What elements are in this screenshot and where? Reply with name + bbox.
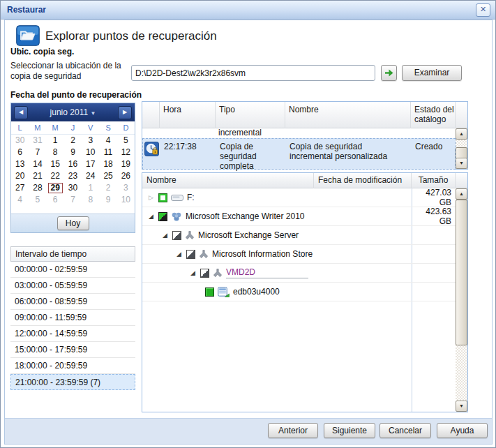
recovery-point-row-partial[interactable]: incremental bbox=[142, 128, 456, 139]
tree-row[interactable]: ◢Microsoft Exchange Writer 2010423.63 GB bbox=[142, 207, 456, 226]
calendar-day[interactable]: 31 bbox=[29, 135, 46, 147]
checkbox-green-full[interactable] bbox=[205, 288, 214, 297]
tree-column-fecha[interactable]: Fecha de modificación bbox=[314, 173, 412, 188]
checkbox-green-mixed[interactable] bbox=[158, 212, 167, 221]
column-header-hora[interactable]: Hora bbox=[160, 102, 216, 128]
calendar-month-label: junio 2011 bbox=[50, 107, 89, 117]
recovery-table-scrollbar[interactable]: ▲ ▼ bbox=[456, 128, 467, 169]
scrollbar-thumb[interactable] bbox=[456, 200, 467, 345]
calendar-day[interactable]: 2 bbox=[64, 135, 82, 147]
calendar-day[interactable]: 5 bbox=[117, 135, 135, 147]
time-interval-row[interactable]: 21:00:00 - 23:59:59 (7) bbox=[10, 374, 135, 390]
calendar-day[interactable]: 2 bbox=[99, 182, 117, 194]
calendar-header: ◀ junio 2011 ▼ ▶ bbox=[11, 103, 135, 121]
calendar-week-row: 45678910 bbox=[11, 194, 135, 206]
calendar-day[interactable]: 30 bbox=[64, 182, 82, 194]
time-interval-row[interactable]: 03:00:00 - 05:59:59 bbox=[10, 278, 135, 294]
scroll-down-icon[interactable]: ▼ bbox=[456, 158, 467, 169]
recovery-point-row-selected[interactable]: 22:17:38 Copia de seguridad completa Cop… bbox=[142, 138, 456, 170]
previous-button[interactable]: Anterior bbox=[268, 423, 318, 438]
calendar-day[interactable]: 3 bbox=[117, 182, 135, 194]
calendar-day[interactable]: 25 bbox=[99, 170, 117, 182]
tree-row[interactable]: edb03u4000 bbox=[142, 283, 456, 301]
calendar-day[interactable]: 18 bbox=[99, 158, 117, 170]
calendar-day[interactable]: 22 bbox=[47, 170, 64, 182]
collapse-icon[interactable]: ◢ bbox=[188, 269, 197, 276]
calendar-day[interactable]: 6 bbox=[11, 147, 29, 158]
calendar-day[interactable]: 21 bbox=[29, 170, 46, 182]
calendar-day[interactable]: 8 bbox=[47, 147, 64, 158]
cancel-button[interactable]: Cancelar bbox=[379, 423, 431, 438]
scroll-up-icon[interactable]: ▲ bbox=[456, 188, 467, 200]
browse-button[interactable]: Examinar bbox=[402, 65, 462, 81]
tree-column-nombre[interactable]: Nombre bbox=[142, 173, 314, 188]
today-button[interactable]: Hoy bbox=[57, 216, 89, 230]
time-interval-row[interactable]: 18:00:00 - 20:59:59 bbox=[10, 358, 135, 374]
time-interval-row[interactable]: 06:00:00 - 08:59:59 bbox=[10, 294, 135, 310]
tree-row[interactable]: ◢Microsoft Information Store bbox=[142, 245, 456, 264]
calendar-day[interactable]: 9 bbox=[99, 194, 117, 206]
calendar-day[interactable]: 28 bbox=[29, 182, 46, 194]
calendar-day[interactable]: 10 bbox=[117, 194, 135, 206]
calendar-day[interactable]: 20 bbox=[11, 170, 29, 182]
calendar-next-button[interactable]: ▶ bbox=[118, 106, 132, 119]
calendar-day[interactable]: 8 bbox=[82, 194, 99, 206]
column-header-tipo[interactable]: Tipo bbox=[216, 102, 285, 128]
collapse-icon[interactable]: ◢ bbox=[160, 232, 170, 239]
calendar-day[interactable]: 6 bbox=[47, 194, 64, 206]
calendar-day[interactable]: 24 bbox=[82, 170, 99, 182]
calendar-day[interactable]: 7 bbox=[29, 147, 46, 158]
calendar-day[interactable]: 3 bbox=[82, 135, 99, 147]
tree-item-label: Microsoft Exchange Writer 2010 bbox=[186, 211, 305, 221]
calendar-day[interactable]: 5 bbox=[29, 194, 46, 206]
backup-path-input[interactable] bbox=[131, 65, 375, 81]
calendar-day[interactable]: 26 bbox=[117, 170, 135, 182]
checkbox-gray-mixed[interactable] bbox=[186, 250, 195, 259]
checkbox-gray-mixed[interactable] bbox=[172, 231, 181, 240]
tree-scrollbar[interactable]: ▲ ▼ bbox=[456, 188, 467, 412]
calendar-day[interactable]: 15 bbox=[47, 158, 64, 170]
collapse-icon[interactable]: ◢ bbox=[174, 251, 183, 257]
collapse-icon[interactable]: ◢ bbox=[146, 213, 156, 220]
help-button[interactable]: Ayuda bbox=[437, 423, 488, 438]
recovery-point-name: Copia de seguridad incremental personali… bbox=[286, 139, 412, 169]
calendar-day[interactable]: 14 bbox=[29, 158, 46, 170]
column-header-nombre[interactable]: Nombre bbox=[285, 102, 411, 128]
calendar-day[interactable]: 4 bbox=[11, 194, 29, 206]
calendar-day[interactable]: 11 bbox=[99, 147, 117, 158]
time-interval-row[interactable]: 00:00:00 - 02:59:59 bbox=[10, 262, 135, 278]
calendar-day[interactable]: 9 bbox=[64, 147, 82, 158]
calendar-day[interactable]: 1 bbox=[47, 135, 64, 147]
checkbox-green-border[interactable] bbox=[158, 193, 167, 202]
calendar-month-dropdown[interactable]: junio 2011 ▼ bbox=[11, 107, 135, 117]
next-button[interactable]: Siguiente bbox=[324, 423, 375, 438]
calendar-day[interactable]: 7 bbox=[64, 194, 82, 206]
close-button[interactable]: ✕ bbox=[476, 3, 490, 17]
calendar-day-selected[interactable]: 29 bbox=[47, 182, 64, 194]
tree-row[interactable]: ▷F:427.03 GB bbox=[142, 188, 456, 207]
go-button[interactable] bbox=[381, 65, 397, 81]
tree-column-tamano[interactable]: Tamaño bbox=[412, 173, 456, 188]
calendar-day[interactable]: 10 bbox=[82, 147, 99, 158]
scroll-up-icon[interactable]: ▲ bbox=[456, 128, 467, 140]
time-interval-row[interactable]: 12:00:00 - 14:59:59 bbox=[10, 326, 135, 342]
calendar-day[interactable]: 1 bbox=[82, 182, 99, 194]
calendar-day[interactable]: 30 bbox=[11, 135, 29, 147]
time-interval-row[interactable]: 09:00:00 - 11:59:59 bbox=[10, 310, 135, 326]
calendar-day[interactable]: 4 bbox=[99, 135, 117, 147]
time-interval-row[interactable]: 15:00:00 - 17:59:59 bbox=[10, 342, 135, 358]
calendar-day[interactable]: 16 bbox=[64, 158, 82, 170]
checkbox-gray-mixed[interactable] bbox=[200, 269, 209, 278]
tree-row[interactable]: ◢Microsoft Exchange Server bbox=[142, 226, 456, 245]
calendar-day[interactable]: 27 bbox=[11, 182, 29, 194]
scroll-down-icon[interactable]: ▼ bbox=[456, 401, 467, 412]
tree-row[interactable]: ◢VMD2D bbox=[142, 264, 456, 283]
calendar-day[interactable]: 12 bbox=[117, 147, 135, 158]
column-header-estado[interactable]: Estado del catálogo bbox=[411, 102, 456, 128]
calendar-day[interactable]: 19 bbox=[117, 158, 135, 170]
calendar-day[interactable]: 23 bbox=[64, 170, 82, 182]
weekday-label: M bbox=[47, 121, 64, 134]
expand-icon[interactable]: ▷ bbox=[146, 194, 156, 201]
calendar-day[interactable]: 17 bbox=[82, 158, 99, 170]
calendar-day[interactable]: 13 bbox=[11, 158, 29, 170]
